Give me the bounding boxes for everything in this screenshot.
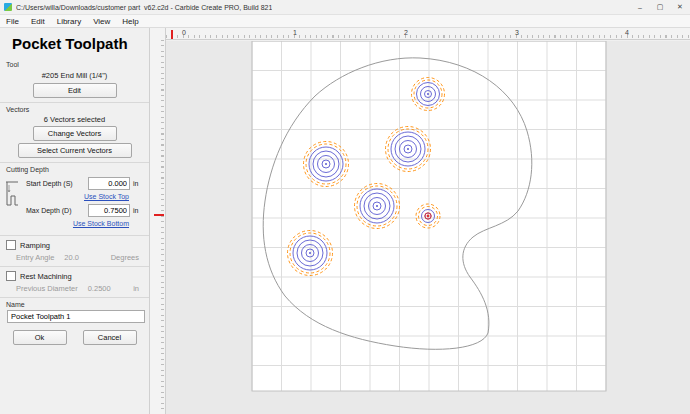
- cancel-button[interactable]: Cancel: [83, 330, 137, 345]
- previous-diameter-unit: in: [133, 284, 139, 293]
- use-stock-bottom-link[interactable]: Use Stock Bottom: [73, 220, 129, 227]
- start-depth-label: Start Depth (S): [26, 180, 88, 187]
- ramping-label: Ramping: [20, 241, 50, 250]
- menu-library[interactable]: Library: [51, 17, 87, 26]
- max-depth-input[interactable]: [88, 204, 130, 217]
- separator: [0, 102, 149, 103]
- depth-diagram-icon: [4, 202, 20, 211]
- separator: [0, 297, 149, 298]
- ruler-y-cursor: [154, 214, 164, 216]
- ruler-x-cursor: [171, 30, 173, 39]
- use-stock-top-link[interactable]: Use Stock Top: [84, 193, 129, 200]
- title-bar: C:/Users/willa/Downloads/customer part_v…: [0, 0, 690, 15]
- rest-machining-checkbox[interactable]: [6, 271, 16, 281]
- name-section-label: Name: [6, 301, 143, 308]
- ruler-number: 3: [515, 29, 519, 36]
- start-depth-input[interactable]: [88, 177, 130, 190]
- menu-file[interactable]: File: [0, 17, 25, 26]
- previous-diameter-value: 0.2500: [88, 284, 111, 293]
- ramping-checkbox[interactable]: [6, 240, 16, 250]
- vectors-selected-status: 6 Vectors selected: [0, 115, 149, 124]
- maximize-button[interactable]: ▢: [650, 0, 670, 14]
- change-vectors-button[interactable]: Change Vectors: [33, 126, 117, 141]
- max-depth-unit: in: [133, 207, 143, 214]
- pocket-center-dot: [407, 148, 409, 150]
- minimize-button[interactable]: –: [630, 0, 650, 14]
- ruler-number: 0: [182, 29, 186, 36]
- vertical-ruler: [150, 28, 166, 414]
- cutting-depth-section-label: Cutting Depth: [6, 166, 143, 173]
- menu-view[interactable]: View: [87, 17, 116, 26]
- horizontal-ruler: 01234: [166, 28, 690, 40]
- tool-name: #205 End Mill (1/4"): [0, 71, 149, 80]
- separator: [0, 235, 149, 236]
- ok-button[interactable]: Ok: [13, 330, 67, 345]
- edit-tool-button[interactable]: Edit: [33, 83, 117, 98]
- toolpath-name-input[interactable]: [7, 310, 145, 323]
- entry-angle-unit: Degrees: [111, 253, 139, 262]
- panel-title: Pocket Toolpath: [12, 35, 141, 52]
- vectors-section-label: Vectors: [6, 106, 143, 113]
- menu-bar: File Edit Library View Help: [0, 15, 690, 28]
- window-controls: – ▢ ✕: [630, 0, 690, 14]
- start-depth-unit: in: [133, 180, 143, 187]
- start-point-dot: [427, 215, 430, 218]
- drawing-svg[interactable]: [166, 41, 690, 414]
- rest-machining-label: Rest Machining: [20, 272, 72, 281]
- ruler-number: 1: [293, 29, 297, 36]
- separator: [0, 266, 149, 267]
- tool-section-label: Tool: [6, 61, 143, 68]
- menu-edit[interactable]: Edit: [25, 17, 51, 26]
- menu-help[interactable]: Help: [116, 17, 144, 26]
- close-button[interactable]: ✕: [670, 0, 690, 14]
- window-title: C:/Users/willa/Downloads/customer part_v…: [16, 4, 272, 11]
- max-depth-label: Max Depth (D): [26, 207, 88, 214]
- pocket-center-dot: [376, 205, 378, 207]
- entry-angle-label: Entry Angle: [16, 253, 54, 262]
- ruler-number: 4: [625, 29, 629, 36]
- drawing-canvas[interactable]: [166, 41, 690, 414]
- entry-angle-value: 20.0: [64, 253, 79, 262]
- pocket-center-dot: [325, 163, 327, 165]
- pocket-center-dot: [309, 252, 311, 254]
- pocket-toolpath-panel: Pocket Toolpath Tool #205 End Mill (1/4"…: [0, 28, 150, 414]
- separator: [0, 162, 149, 163]
- app-icon: [4, 3, 12, 11]
- select-current-vectors-button[interactable]: Select Current Vectors: [18, 143, 132, 158]
- previous-diameter-label: Previous Diameter: [16, 284, 78, 293]
- ruler-number: 2: [404, 29, 408, 36]
- pocket-center-dot: [427, 93, 429, 95]
